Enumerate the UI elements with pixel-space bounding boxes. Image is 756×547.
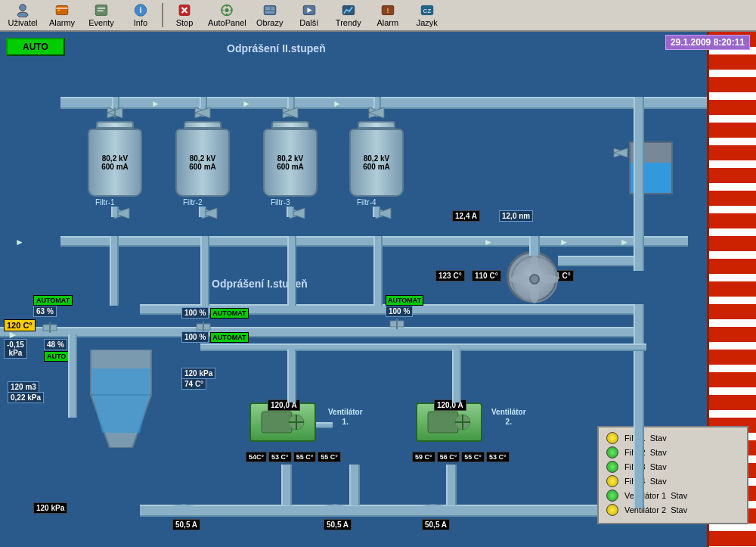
automat-label-2: AUTOMAT	[210, 332, 248, 343]
svg-point-53	[510, 275, 531, 284]
f3-top	[271, 121, 309, 129]
motor2-A-label: 120,0 A	[434, 399, 466, 411]
automat-top-label: AUTOMAT	[386, 295, 423, 306]
legend-row-5: Ventilátor 2 Stav	[606, 504, 739, 516]
pct-automat-group-2: 100 % AUTOMAT	[181, 331, 249, 343]
f4-vessel: 80,2 kV 600 mA	[349, 129, 404, 197]
automat-status-1: AUTOMAT	[33, 295, 73, 306]
f3-vpipe-bot	[287, 207, 294, 217]
tb-btn-autopanel[interactable]: AutoPanel	[204, 1, 250, 30]
svg-point-52	[530, 282, 539, 303]
legend-row-2: Filtr 3 Stav	[606, 461, 739, 473]
flow-arrow-2: ►	[242, 98, 251, 109]
vent1-label: Ventilátor1.	[328, 407, 363, 427]
events-icon	[93, 3, 110, 17]
f3-body: 80,2 kV 600 mA	[263, 121, 318, 197]
pct-63-label: 63 %	[33, 306, 57, 317]
left-v-pipe	[68, 334, 77, 418]
flow-arrow-1: ►	[151, 98, 160, 109]
svg-rect-70	[428, 412, 458, 433]
alarm2-icon: !	[380, 3, 396, 17]
valve-small-1	[42, 322, 58, 334]
amp-50-3-label: 50,5 A	[422, 519, 450, 530]
tb-btn-alarmy[interactable]: Alarmy	[42, 1, 82, 30]
f4-bot-v-pipe	[373, 236, 383, 306]
f4-vpipe-bot	[373, 207, 380, 217]
tb-btn-obrazy[interactable]: Obrazy	[250, 1, 290, 30]
svg-rect-21	[265, 7, 270, 10]
temp2-label: 110 C°	[472, 270, 501, 281]
valve-top-center	[389, 318, 405, 330]
f2-v-top-conn	[200, 97, 207, 107]
svg-rect-22	[271, 7, 274, 10]
trends-icon	[340, 3, 357, 17]
tb-btn-trendy[interactable]: Trendy	[329, 1, 368, 30]
neg-pressure-label: -0,15 kPa	[4, 339, 27, 359]
svg-rect-23	[265, 11, 274, 14]
tb-btn-uzivatel[interactable]: Uživatel	[3, 1, 42, 30]
right-lower-pipe	[634, 304, 644, 508]
current-label: 12,4 A	[452, 210, 480, 222]
flow-arrow-4: ►	[15, 237, 24, 247]
svg-text:CZ: CZ	[423, 8, 432, 14]
f1-vpipe-bot	[111, 207, 119, 217]
nm-label: 12,0 nm	[499, 210, 533, 222]
f2-vessel: 80,2 kV 600 mA	[175, 129, 230, 197]
autopanel-icon	[218, 3, 235, 17]
toolbar-sep-1	[162, 3, 163, 27]
f2-pipe-bottom	[199, 207, 230, 222]
svg-point-54	[538, 275, 559, 284]
svg-rect-66	[262, 412, 292, 433]
images-icon	[262, 3, 278, 17]
f3-v-top-conn	[287, 97, 295, 107]
tb-btn-info[interactable]: i Info	[121, 1, 160, 30]
svg-point-1	[17, 12, 28, 17]
f1-valve-top	[104, 106, 125, 120]
pct-100-1: 100 %	[181, 307, 209, 319]
motor1-temps: 54C° 53 C° 55 C° 55 C°	[246, 452, 341, 462]
legend-box: Filtr 1 Stav Filtr 2 Stav Filtr 3 Stav F…	[597, 426, 748, 524]
f2-top	[184, 121, 222, 129]
f1-vessel: 80,2 kV 600 mA	[88, 129, 142, 197]
fan-v-pipe	[529, 236, 540, 256]
svg-rect-6	[95, 5, 107, 16]
next-icon	[301, 3, 318, 17]
bot-conn-2	[349, 465, 360, 505]
fan-blades	[509, 253, 560, 305]
amp-50-1-label: 50,5 A	[172, 519, 200, 530]
flow-arrow-5: ►	[484, 237, 493, 247]
filter-4-group: 80,2 kV 600 mA Filtr-4	[349, 106, 404, 222]
filter-3-group: 80,2 kV 600 mA Filtr-3	[263, 106, 318, 222]
datetime-display: 29.1.2009 8:20:11	[665, 35, 750, 50]
stop-icon	[176, 3, 193, 17]
f4-body: 80,2 kV 600 mA	[349, 121, 404, 197]
temp-74-label: 74 C°	[181, 378, 206, 390]
motor2-v-conn	[452, 350, 461, 402]
f4-v-top-conn	[373, 97, 381, 107]
tb-btn-stop[interactable]: Stop	[165, 1, 204, 30]
f2-bot-v-pipe	[200, 236, 209, 306]
left-flow-arrow: ►	[8, 328, 18, 340]
pres-022-label: 0,22 kPa	[8, 392, 44, 403]
f4-label: Filtr-4	[357, 198, 411, 207]
f1-v-top-conn	[112, 97, 119, 107]
fan	[507, 251, 558, 303]
tb-btn-eventy[interactable]: Eventy	[82, 1, 121, 30]
tb-btn-alarm[interactable]: ! Alarm	[368, 1, 407, 30]
tb-btn-dalsi[interactable]: Další	[290, 1, 329, 30]
auto-button[interactable]: AUTO	[6, 38, 65, 56]
tb-btn-jazyk[interactable]: CZ Jazyk	[407, 1, 447, 30]
motor1-v-conn	[287, 350, 296, 402]
f1-label: Filtr-1	[95, 198, 150, 207]
pct-automat-group-1: 100 % AUTOMAT	[181, 307, 249, 319]
language-icon: CZ	[419, 3, 435, 17]
legend-row-4: Ventilátor 1 Stav	[606, 490, 739, 502]
water-valve	[612, 147, 629, 159]
f2-valve-top	[192, 106, 213, 120]
f2-body: 80,2 kV 600 mA	[175, 121, 230, 197]
amp-50-2-label: 50,5 A	[324, 519, 352, 530]
section-title-2: Odprášení II.stupeň	[227, 42, 326, 54]
f1-bot-v-pipe	[110, 236, 119, 306]
main-area: 29.1.2009 8:20:11 AUTO Odprášení II.stup…	[0, 32, 756, 547]
pct-48-label: 48 %	[44, 339, 67, 350]
